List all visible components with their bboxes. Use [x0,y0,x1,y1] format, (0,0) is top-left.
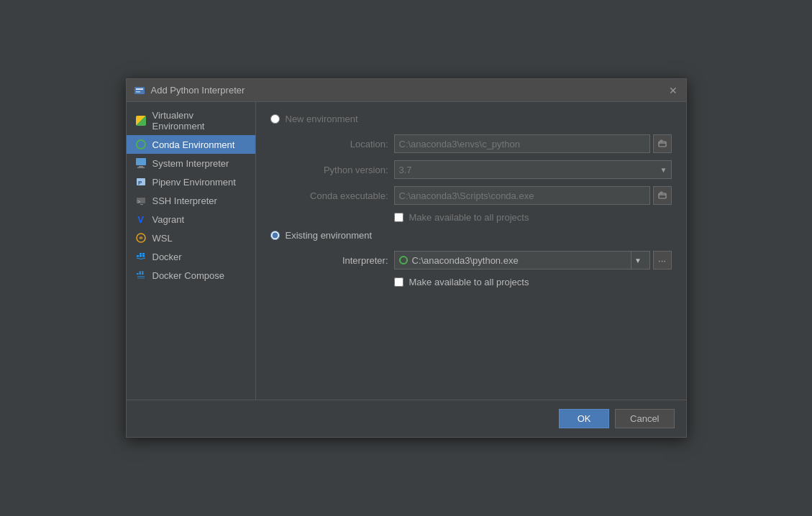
svg-rect-18 [142,273,144,275]
conda-icon [135,139,147,150]
interpreter-row: Interpreter: C:\anaconda3\python.exe ▼ ·… [288,251,672,269]
new-environment-radio[interactable] [270,114,280,124]
make-available-existing-label: Make available to all projects [409,277,529,287]
dialog-icon [134,85,145,96]
sidebar-item-label: System Interpreter [152,158,229,169]
new-environment-label: New environment [286,114,358,124]
docker-icon [135,251,147,262]
existing-environment-radio[interactable] [270,231,280,240]
add-python-interpreter-dialog: Add Python Interpreter ✕ Virtualenv Envi… [126,78,687,438]
svg-rect-23 [659,142,666,147]
sidebar-item-pipenv[interactable]: P Pipenv Environment [127,172,255,191]
conda-executable-label: Conda executable: [288,190,388,201]
dialog-body: Virtualenv Environment Conda Environment… [127,102,686,400]
vagrant-icon: V [135,213,147,225]
svg-rect-11 [137,255,139,257]
sidebar-item-label: Vagrant [152,214,185,225]
python-version-select[interactable]: 3.7 [394,160,672,179]
sidebar-item-dockercompose[interactable]: Docker Compose [127,266,255,285]
sidebar: Virtualenv Environment Conda Environment… [127,102,256,400]
svg-rect-0 [134,87,145,94]
svg-rect-20 [142,272,144,273]
svg-rect-3 [136,158,146,165]
interpreter-dropdown[interactable]: C:\anaconda3\python.exe ▼ [394,251,650,269]
svg-rect-12 [140,255,142,257]
svg-rect-14 [140,253,142,255]
svg-rect-4 [139,166,143,167]
title-bar: Add Python Interpreter ✕ [127,79,686,102]
python-version-label: Python version: [288,165,388,175]
interpreter-dropdown-arrow[interactable]: ▼ [631,252,645,269]
interpreter-label: Interpreter: [288,255,388,266]
sidebar-item-label: Virtualenv Environment [152,110,247,132]
interpreter-status-icon [399,256,408,264]
location-browse-button[interactable] [653,134,672,153]
svg-rect-26 [660,192,662,193]
sidebar-item-ssh[interactable]: >_ SSH Interpreter [127,191,255,210]
conda-executable-input[interactable] [394,186,650,205]
sidebar-item-virtualenv[interactable]: Virtualenv Environment [127,106,255,135]
system-icon [135,157,147,169]
sidebar-item-label: WSL [152,233,173,244]
interpreter-browse-button[interactable]: ··· [653,251,672,269]
location-label: Location: [288,139,388,149]
conda-executable-browse-button[interactable] [653,186,672,205]
sidebar-item-conda[interactable]: Conda Environment [127,135,255,154]
svg-rect-1 [136,88,143,90]
make-available-new-row: Make available to all projects [394,212,672,223]
wsl-icon [135,232,147,244]
sidebar-item-wsl[interactable]: WSL [127,229,255,247]
svg-text:>_: >_ [137,199,143,205]
python-version-row: Python version: 3.7 ▼ [288,160,672,179]
svg-rect-16 [137,273,139,275]
sidebar-item-system[interactable]: System Interpreter [127,154,255,172]
make-available-existing-checkbox[interactable] [394,277,403,287]
make-available-new-label: Make available to all projects [409,212,529,223]
svg-rect-24 [660,140,662,142]
dialog-footer: OK Cancel [127,400,686,437]
svg-rect-25 [659,193,666,198]
location-input[interactable] [394,134,650,153]
main-content: New environment Location: [256,102,686,400]
new-environment-section: New environment [270,114,672,124]
sidebar-item-vagrant[interactable]: V Vagrant [127,210,255,229]
sidebar-item-label: Docker [152,252,182,262]
sidebar-item-label: Docker Compose [152,270,224,281]
existing-environment-fields: Interpreter: C:\anaconda3\python.exe ▼ ·… [270,251,672,287]
svg-rect-17 [139,273,141,275]
existing-environment-label: Existing environment [286,230,373,241]
conda-executable-row: Conda executable: [288,186,672,205]
sidebar-item-label: SSH Interpreter [152,195,217,206]
pipenv-icon: P [135,176,147,188]
svg-rect-5 [137,167,145,169]
svg-rect-22 [137,278,145,280]
close-button[interactable]: ✕ [667,85,679,96]
new-environment-fields: Location: Python version: [270,134,672,223]
virtualenv-icon [135,115,147,126]
interpreter-value: C:\anaconda3\python.exe [412,255,519,266]
svg-rect-15 [142,253,145,255]
dockercompose-icon [135,269,147,281]
svg-rect-19 [139,272,141,273]
svg-rect-2 [136,91,140,93]
sidebar-item-label: Conda Environment [152,139,235,150]
sidebar-item-label: Pipenv Environment [152,177,236,188]
cancel-button[interactable]: Cancel [615,409,674,428]
existing-environment-section: Existing environment [270,230,672,241]
dialog-title: Add Python Interpreter [151,85,245,96]
make-available-new-checkbox[interactable] [394,213,403,222]
svg-rect-13 [142,255,145,257]
location-row: Location: [288,134,672,153]
svg-rect-21 [137,276,145,277]
sidebar-item-docker[interactable]: Docker [127,247,255,266]
ok-button[interactable]: OK [559,409,609,428]
ssh-icon: >_ [135,195,147,206]
svg-text:P: P [138,180,142,186]
make-available-existing-row: Make available to all projects [394,277,672,287]
